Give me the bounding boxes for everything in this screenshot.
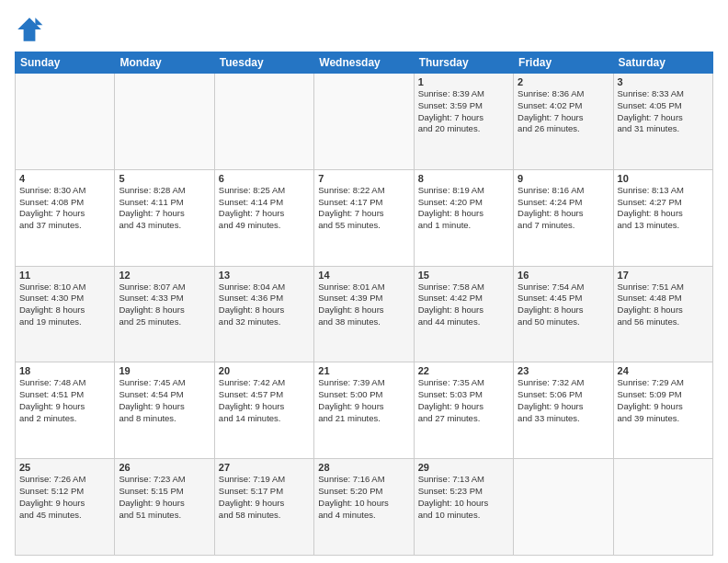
day-number: 12	[119, 270, 210, 281]
day-info: Sunrise: 7:19 AM Sunset: 5:17 PM Dayligh…	[219, 474, 310, 521]
header	[15, 15, 713, 44]
calendar-cell	[16, 74, 115, 170]
calendar-cell: 20Sunrise: 7:42 AM Sunset: 4:57 PM Dayli…	[214, 362, 313, 459]
day-info: Sunrise: 7:29 AM Sunset: 5:09 PM Dayligh…	[618, 377, 709, 424]
day-info: Sunrise: 8:16 AM Sunset: 4:24 PM Dayligh…	[518, 185, 609, 232]
day-info: Sunrise: 8:19 AM Sunset: 4:20 PM Dayligh…	[418, 185, 509, 232]
day-number: 29	[418, 462, 509, 473]
calendar-cell: 16Sunrise: 7:54 AM Sunset: 4:45 PM Dayli…	[514, 266, 613, 362]
day-number: 5	[119, 173, 210, 184]
day-header-friday: Friday	[514, 52, 613, 74]
day-info: Sunrise: 7:45 AM Sunset: 4:54 PM Dayligh…	[119, 377, 210, 424]
day-info: Sunrise: 8:39 AM Sunset: 3:59 PM Dayligh…	[418, 88, 509, 135]
calendar-cell	[314, 74, 414, 170]
day-header-wednesday: Wednesday	[314, 52, 414, 74]
svg-marker-1	[35, 17, 42, 25]
day-info: Sunrise: 7:16 AM Sunset: 5:20 PM Dayligh…	[318, 474, 409, 521]
day-info: Sunrise: 8:01 AM Sunset: 4:39 PM Dayligh…	[318, 282, 409, 328]
day-number: 24	[618, 365, 709, 376]
day-info: Sunrise: 7:35 AM Sunset: 5:03 PM Dayligh…	[418, 377, 509, 424]
logo-icon	[15, 15, 44, 44]
calendar-body: 1Sunrise: 8:39 AM Sunset: 3:59 PM Daylig…	[16, 74, 713, 556]
calendar-cell: 9Sunrise: 8:16 AM Sunset: 4:24 PM Daylig…	[514, 169, 613, 266]
calendar-cell: 24Sunrise: 7:29 AM Sunset: 5:09 PM Dayli…	[613, 362, 712, 459]
calendar-cell: 23Sunrise: 7:32 AM Sunset: 5:06 PM Dayli…	[514, 362, 613, 459]
calendar-cell: 15Sunrise: 7:58 AM Sunset: 4:42 PM Dayli…	[414, 266, 513, 362]
day-info: Sunrise: 8:13 AM Sunset: 4:27 PM Dayligh…	[618, 185, 709, 232]
calendar-cell: 1Sunrise: 8:39 AM Sunset: 3:59 PM Daylig…	[414, 74, 513, 170]
calendar-table: SundayMondayTuesdayWednesdayThursdayFrid…	[15, 52, 713, 556]
day-info: Sunrise: 7:58 AM Sunset: 4:42 PM Dayligh…	[418, 282, 509, 328]
day-info: Sunrise: 8:10 AM Sunset: 4:30 PM Dayligh…	[19, 282, 110, 328]
calendar-cell: 14Sunrise: 8:01 AM Sunset: 4:39 PM Dayli…	[314, 266, 414, 362]
calendar-cell: 26Sunrise: 7:23 AM Sunset: 5:15 PM Dayli…	[115, 459, 214, 556]
calendar-cell: 27Sunrise: 7:19 AM Sunset: 5:17 PM Dayli…	[214, 459, 313, 556]
day-info: Sunrise: 7:23 AM Sunset: 5:15 PM Dayligh…	[119, 474, 210, 521]
day-header-saturday: Saturday	[613, 52, 712, 74]
calendar-cell: 11Sunrise: 8:10 AM Sunset: 4:30 PM Dayli…	[16, 266, 115, 362]
logo	[15, 15, 48, 44]
week-row-2: 11Sunrise: 8:10 AM Sunset: 4:30 PM Dayli…	[16, 266, 713, 362]
day-number: 3	[618, 76, 709, 87]
day-info: Sunrise: 7:48 AM Sunset: 4:51 PM Dayligh…	[19, 377, 110, 424]
calendar-cell: 6Sunrise: 8:25 AM Sunset: 4:14 PM Daylig…	[214, 169, 313, 266]
calendar-cell: 10Sunrise: 8:13 AM Sunset: 4:27 PM Dayli…	[613, 169, 712, 266]
calendar-cell: 2Sunrise: 8:36 AM Sunset: 4:02 PM Daylig…	[514, 74, 613, 170]
calendar-cell: 12Sunrise: 8:07 AM Sunset: 4:33 PM Dayli…	[115, 266, 214, 362]
day-number: 23	[518, 365, 609, 376]
calendar-cell: 17Sunrise: 7:51 AM Sunset: 4:48 PM Dayli…	[613, 266, 712, 362]
day-number: 1	[418, 76, 509, 87]
day-info: Sunrise: 7:32 AM Sunset: 5:06 PM Dayligh…	[518, 377, 609, 424]
calendar-cell: 4Sunrise: 8:30 AM Sunset: 4:08 PM Daylig…	[16, 169, 115, 266]
day-number: 14	[318, 270, 409, 281]
header-row: SundayMondayTuesdayWednesdayThursdayFrid…	[16, 52, 713, 74]
day-info: Sunrise: 8:33 AM Sunset: 4:05 PM Dayligh…	[618, 88, 709, 135]
day-number: 22	[418, 365, 509, 376]
day-number: 4	[19, 173, 110, 184]
day-info: Sunrise: 7:39 AM Sunset: 5:00 PM Dayligh…	[318, 377, 409, 424]
day-number: 17	[618, 270, 709, 281]
day-info: Sunrise: 8:04 AM Sunset: 4:36 PM Dayligh…	[219, 282, 310, 328]
calendar-cell: 5Sunrise: 8:28 AM Sunset: 4:11 PM Daylig…	[115, 169, 214, 266]
day-info: Sunrise: 8:30 AM Sunset: 4:08 PM Dayligh…	[19, 185, 110, 232]
day-info: Sunrise: 7:42 AM Sunset: 4:57 PM Dayligh…	[219, 377, 310, 424]
day-number: 9	[518, 173, 609, 184]
day-number: 19	[119, 365, 210, 376]
day-header-thursday: Thursday	[414, 52, 513, 74]
day-info: Sunrise: 8:28 AM Sunset: 4:11 PM Dayligh…	[119, 185, 210, 232]
day-number: 20	[219, 365, 310, 376]
day-number: 13	[219, 270, 310, 281]
week-row-4: 25Sunrise: 7:26 AM Sunset: 5:12 PM Dayli…	[16, 459, 713, 556]
calendar-cell: 18Sunrise: 7:48 AM Sunset: 4:51 PM Dayli…	[16, 362, 115, 459]
calendar-cell	[514, 459, 613, 556]
calendar-cell: 19Sunrise: 7:45 AM Sunset: 4:54 PM Dayli…	[115, 362, 214, 459]
day-header-sunday: Sunday	[16, 52, 115, 74]
calendar-cell: 3Sunrise: 8:33 AM Sunset: 4:05 PM Daylig…	[613, 74, 712, 170]
day-number: 16	[518, 270, 609, 281]
day-info: Sunrise: 8:22 AM Sunset: 4:17 PM Dayligh…	[318, 185, 409, 232]
day-header-tuesday: Tuesday	[214, 52, 313, 74]
day-number: 11	[19, 270, 110, 281]
day-info: Sunrise: 7:13 AM Sunset: 5:23 PM Dayligh…	[418, 474, 509, 521]
day-number: 21	[318, 365, 409, 376]
calendar-cell: 8Sunrise: 8:19 AM Sunset: 4:20 PM Daylig…	[414, 169, 513, 266]
day-info: Sunrise: 8:36 AM Sunset: 4:02 PM Dayligh…	[518, 88, 609, 135]
day-number: 25	[19, 462, 110, 473]
day-number: 15	[418, 270, 509, 281]
day-number: 6	[219, 173, 310, 184]
calendar-cell: 7Sunrise: 8:22 AM Sunset: 4:17 PM Daylig…	[314, 169, 414, 266]
calendar-cell: 13Sunrise: 8:04 AM Sunset: 4:36 PM Dayli…	[214, 266, 313, 362]
day-number: 27	[219, 462, 310, 473]
calendar-cell: 28Sunrise: 7:16 AM Sunset: 5:20 PM Dayli…	[314, 459, 414, 556]
page: SundayMondayTuesdayWednesdayThursdayFrid…	[0, 0, 728, 563]
week-row-1: 4Sunrise: 8:30 AM Sunset: 4:08 PM Daylig…	[16, 169, 713, 266]
week-row-0: 1Sunrise: 8:39 AM Sunset: 3:59 PM Daylig…	[16, 74, 713, 170]
day-info: Sunrise: 7:54 AM Sunset: 4:45 PM Dayligh…	[518, 282, 609, 328]
day-info: Sunrise: 7:51 AM Sunset: 4:48 PM Dayligh…	[618, 282, 709, 328]
day-number: 10	[618, 173, 709, 184]
day-number: 8	[418, 173, 509, 184]
day-info: Sunrise: 7:26 AM Sunset: 5:12 PM Dayligh…	[19, 474, 110, 521]
day-header-monday: Monday	[115, 52, 214, 74]
week-row-3: 18Sunrise: 7:48 AM Sunset: 4:51 PM Dayli…	[16, 362, 713, 459]
calendar-header: SundayMondayTuesdayWednesdayThursdayFrid…	[16, 52, 713, 74]
